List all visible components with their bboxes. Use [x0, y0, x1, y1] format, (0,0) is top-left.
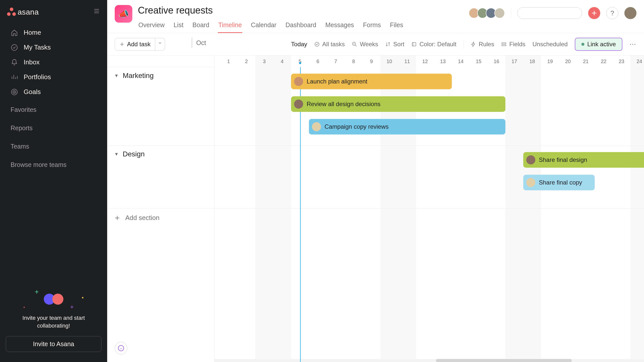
- toolbar: Add task Oct Today All tasks Weeks Sort: [107, 33, 644, 56]
- link-active-label: Link active: [587, 41, 616, 48]
- sort-button[interactable]: Sort: [385, 41, 404, 48]
- help-button[interactable]: ?: [606, 7, 618, 19]
- nav-favorites[interactable]: Favorites: [0, 101, 107, 119]
- section-marketing: ▼Marketing: [107, 67, 214, 146]
- nav-portfolios[interactable]: Portfolios: [0, 70, 107, 84]
- add-task-label: Add task: [127, 41, 150, 48]
- rules-button[interactable]: Rules: [471, 41, 494, 48]
- date-cell: 13: [434, 56, 452, 67]
- chevron-down-icon: ▼: [114, 152, 119, 157]
- nav-label: Inbox: [24, 58, 40, 66]
- asana-logo[interactable]: asana: [7, 8, 39, 16]
- assignee-avatar[interactable]: [294, 100, 303, 109]
- add-task-dropdown[interactable]: [155, 38, 165, 51]
- date-cell: 14: [452, 56, 470, 67]
- task-bar[interactable]: Share final copy: [523, 175, 595, 190]
- lightning-icon: [471, 41, 476, 47]
- nav-label: Home: [24, 29, 41, 36]
- date-cell: 7: [327, 56, 345, 67]
- task-bar[interactable]: Launch plan alignment: [291, 74, 452, 89]
- task-label: Share final copy: [539, 179, 582, 186]
- task-label: Review all design decisions: [307, 101, 380, 108]
- date-cell: 22: [595, 56, 613, 67]
- sort-label: Sort: [393, 41, 404, 48]
- nav-browse-teams[interactable]: Browse more teams: [0, 156, 107, 174]
- date-cell: 1: [220, 56, 237, 67]
- timeline: ▼Marketing▼Design Add section 1234567891…: [107, 56, 644, 362]
- task-bar[interactable]: Share final design: [523, 152, 644, 168]
- svg-rect-9: [502, 43, 506, 44]
- sort-icon: [385, 41, 391, 47]
- section-divider: [215, 208, 644, 209]
- search-box[interactable]: [517, 7, 582, 19]
- section-design: ▼Design: [107, 146, 214, 208]
- nav-teams[interactable]: Teams: [0, 137, 107, 156]
- info-button[interactable]: [115, 342, 127, 354]
- horizontal-scrollbar[interactable]: [215, 359, 644, 362]
- tab-board[interactable]: Board: [192, 18, 210, 33]
- timeline-grid[interactable]: 123456789101112131415161718192021222324 …: [215, 56, 644, 362]
- invite-illustration: + + ● ●: [6, 288, 101, 310]
- tab-list[interactable]: List: [173, 18, 184, 33]
- task-label: Share final design: [539, 156, 587, 163]
- scrollbar-thumb[interactable]: [436, 359, 572, 362]
- date-cell: 15: [470, 56, 488, 67]
- task-bar[interactable]: Review all design decisions: [291, 96, 505, 112]
- bars-icon: [11, 73, 18, 81]
- all-tasks-filter[interactable]: All tasks: [314, 41, 345, 48]
- tab-messages[interactable]: Messages: [325, 18, 354, 33]
- nav-goals[interactable]: Goals: [0, 84, 107, 99]
- main: 📣 Creative requests OverviewListBoardTim…: [107, 0, 644, 362]
- tab-timeline[interactable]: Timeline: [218, 18, 243, 33]
- user-avatar[interactable]: [624, 7, 636, 19]
- sidebar-collapse-icon[interactable]: [93, 8, 100, 16]
- weeks-zoom[interactable]: Weeks: [352, 41, 378, 48]
- header-right: ?: [471, 5, 636, 19]
- link-active-button[interactable]: Link active: [575, 38, 622, 51]
- add-section-label: Add section: [125, 214, 159, 222]
- nav-my-tasks[interactable]: My Tasks: [0, 40, 107, 55]
- fields-button[interactable]: Fields: [501, 41, 525, 48]
- global-add-button[interactable]: [588, 7, 600, 19]
- assignee-avatar[interactable]: [312, 122, 321, 131]
- avatar[interactable]: [494, 8, 505, 18]
- search-input[interactable]: [525, 10, 594, 16]
- tab-overview[interactable]: Overview: [138, 18, 165, 33]
- date-cell: 3: [255, 56, 273, 67]
- nav-home[interactable]: Home: [0, 25, 107, 40]
- member-avatars[interactable]: [471, 8, 505, 18]
- nav-list: Home My Tasks Inbox Portfolios Goals: [0, 24, 107, 101]
- nav-reports[interactable]: Reports: [0, 119, 107, 137]
- color-button[interactable]: Color: Default: [411, 41, 456, 48]
- date-cell: 21: [577, 56, 595, 67]
- weekend-band: [630, 67, 644, 362]
- invite-button[interactable]: Invite to Asana: [6, 336, 101, 352]
- date-cell: 11: [398, 56, 416, 67]
- info-icon: [118, 345, 124, 351]
- section-header[interactable]: ▼Marketing: [107, 67, 214, 84]
- nav-label: Goals: [24, 88, 41, 96]
- tab-files[interactable]: Files: [389, 18, 404, 33]
- fields-icon: [501, 41, 507, 47]
- today-button[interactable]: Today: [291, 41, 307, 48]
- tab-calendar[interactable]: Calendar: [250, 18, 277, 33]
- assignee-avatar[interactable]: [526, 155, 535, 164]
- invite-text: Invite your team and start collaborating…: [6, 314, 101, 330]
- chevron-down-icon: ▼: [114, 73, 119, 78]
- section-header[interactable]: ▼Design: [107, 146, 214, 163]
- zoom-icon: [352, 41, 357, 47]
- unscheduled-button[interactable]: Unscheduled: [533, 41, 568, 48]
- tab-dashboard[interactable]: Dashboard: [285, 18, 317, 33]
- add-section-button[interactable]: Add section: [107, 208, 214, 227]
- more-menu-button[interactable]: ⋯: [629, 40, 636, 48]
- svg-point-3: [14, 92, 15, 92]
- task-bar[interactable]: Campaign copy reviews: [309, 119, 505, 134]
- tab-forms[interactable]: Forms: [363, 18, 381, 33]
- nav-inbox[interactable]: Inbox: [0, 55, 107, 70]
- assignee-avatar[interactable]: [294, 77, 303, 86]
- project-icon[interactable]: 📣: [115, 5, 132, 23]
- grid-body[interactable]: Launch plan alignmentReview all design d…: [215, 67, 644, 362]
- assignee-avatar[interactable]: [526, 178, 535, 187]
- svg-rect-8: [412, 42, 414, 46]
- add-task-button[interactable]: Add task: [115, 38, 155, 51]
